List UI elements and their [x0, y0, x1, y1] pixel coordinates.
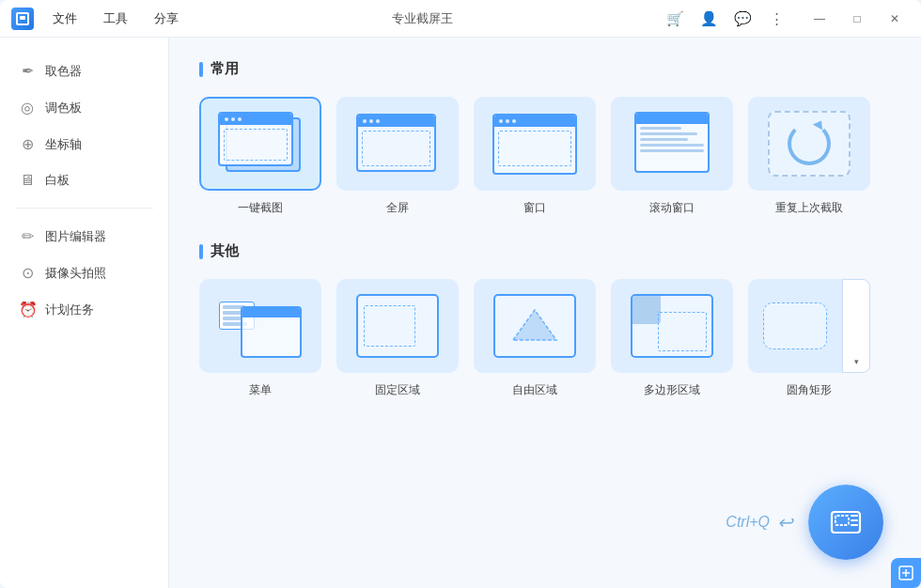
svg-marker-0 [513, 310, 556, 340]
sidebar-label-crosshair: 坐标轴 [45, 136, 82, 153]
shortcut-text: Ctrl+Q [726, 514, 770, 531]
camera-icon: ⊙ [19, 264, 36, 282]
common-cards-grid: 一键截图 全屏 [199, 97, 891, 216]
minimize-button[interactable]: — [804, 6, 835, 32]
card-polygon-label: 多边形区域 [644, 382, 700, 398]
app-title: 专业截屏王 [182, 10, 662, 27]
crosshair-icon: ⊕ [19, 135, 36, 153]
sidebar-item-whiteboard[interactable]: 🖥 白板 [0, 162, 168, 198]
titlebar: 文件 工具 分享 专业截屏王 🛒 👤 💬 ⋮ — □ ✕ [0, 0, 921, 38]
sidebar-item-camera[interactable]: ⊙ 摄像头拍照 [0, 255, 168, 291]
user-icon[interactable]: 👤 [695, 6, 722, 32]
card-menu[interactable]: 菜单 [199, 279, 321, 398]
card-onekey[interactable]: 一键截图 [199, 97, 321, 216]
menu-icon [219, 294, 302, 358]
menu-bar: 文件 工具 分享 [49, 8, 182, 29]
rounded-rect-preview [763, 302, 827, 349]
card-free[interactable]: 自由区域 [474, 279, 596, 398]
fixed-icon [356, 294, 439, 358]
fab-screenshot-button[interactable] [808, 485, 883, 560]
fab-shortcut-hint: Ctrl+Q ↩ [726, 511, 793, 534]
menu-tool[interactable]: 工具 [100, 8, 132, 29]
card-window-box [474, 97, 596, 191]
card-scroll-label: 滚动窗口 [649, 200, 695, 216]
sidebar-divider [15, 208, 153, 209]
menu-share[interactable]: 分享 [150, 8, 182, 29]
card-repeat-box [748, 97, 870, 191]
chevron-down-icon: ▾ [854, 357, 859, 366]
window-controls: — □ ✕ [804, 6, 910, 32]
app-logo [11, 8, 34, 30]
fab-area: Ctrl+Q ↩ [726, 485, 883, 560]
sidebar-label-camera: 摄像头拍照 [45, 265, 106, 282]
card-polygon[interactable]: 多边形区域 [611, 279, 733, 398]
card-free-box [474, 279, 596, 373]
sidebar-label-whiteboard: 白板 [45, 172, 70, 189]
color-picker-icon: ✒ [19, 62, 36, 80]
card-polygon-box [611, 279, 733, 373]
card-rounded[interactable]: ▾ 圆角矩形 [748, 279, 870, 398]
maximize-button[interactable]: □ [842, 6, 872, 32]
card-menu-box [199, 279, 321, 373]
sidebar-item-crosshair[interactable]: ⊕ 坐标轴 [0, 126, 168, 162]
card-fullscreen[interactable]: 全屏 [336, 97, 459, 216]
more-icon[interactable]: ⋮ [763, 6, 789, 32]
card-free-label: 自由区域 [512, 382, 557, 398]
sidebar-label-palette: 调色板 [45, 100, 82, 116]
sidebar-item-image-editor[interactable]: ✏ 图片编辑器 [0, 218, 168, 255]
card-rounded-label: 圆角矩形 [787, 382, 832, 398]
titlebar-actions: 🛒 👤 💬 ⋮ — □ ✕ [662, 6, 910, 32]
section-other-title: 其他 [199, 242, 891, 260]
menu-file[interactable]: 文件 [49, 8, 81, 29]
palette-icon: ◎ [19, 99, 36, 116]
card-onekey-label: 一键截图 [238, 200, 283, 216]
card-onekey-box [199, 97, 321, 191]
card-fullscreen-box [336, 97, 459, 191]
message-icon[interactable]: 💬 [729, 6, 756, 32]
corner-icon [891, 558, 921, 588]
free-icon [493, 294, 576, 358]
other-cards-grid: 菜单 固定区域 [199, 279, 891, 398]
sidebar-item-schedule[interactable]: ⏰ 计划任务 [0, 291, 168, 328]
main-layout: ✒ 取色器 ◎ 调色板 ⊕ 坐标轴 🖥 白板 ✏ 图片编辑器 ⊙ 摄像头拍照 ⏰… [0, 38, 921, 588]
card-window-label: 窗口 [523, 200, 546, 216]
card-fixed-label: 固定区域 [375, 382, 420, 398]
sidebar-item-color-picker[interactable]: ✒ 取色器 [0, 53, 168, 89]
sidebar-label-image-editor: 图片编辑器 [45, 228, 106, 245]
schedule-icon: ⏰ [19, 301, 36, 318]
card-menu-label: 菜单 [249, 382, 272, 398]
sidebar-label-color-picker: 取色器 [45, 63, 82, 80]
cart-icon[interactable]: 🛒 [662, 6, 688, 32]
card-repeat-label: 重复上次截取 [775, 200, 843, 216]
whiteboard-icon: 🖥 [19, 172, 36, 189]
scroll-icon [631, 112, 713, 176]
card-rounded-box [748, 279, 842, 373]
window-icon [492, 114, 577, 175]
polygon-icon [631, 294, 713, 358]
rounded-dropdown-button[interactable]: ▾ [842, 279, 870, 373]
onekey-icon [218, 112, 303, 176]
card-rounded-container: ▾ [748, 279, 870, 373]
card-fixed[interactable]: 固定区域 [336, 279, 459, 398]
card-fullscreen-label: 全屏 [386, 200, 409, 216]
card-repeat[interactable]: 重复上次截取 [748, 97, 870, 216]
sidebar-label-schedule: 计划任务 [45, 302, 94, 318]
content-area: 常用 [169, 38, 921, 588]
repeat-icon [768, 111, 851, 177]
close-button[interactable]: ✕ [880, 6, 910, 32]
sidebar: ✒ 取色器 ◎ 调色板 ⊕ 坐标轴 🖥 白板 ✏ 图片编辑器 ⊙ 摄像头拍照 ⏰… [0, 38, 169, 588]
card-fixed-box [336, 279, 459, 373]
card-window[interactable]: 窗口 [474, 97, 596, 216]
image-editor-icon: ✏ [19, 227, 36, 245]
card-scroll[interactable]: 滚动窗口 [611, 97, 733, 216]
fullscreen-icon [356, 114, 439, 175]
card-scroll-box [611, 97, 733, 191]
screenshot-fab-icon [829, 505, 863, 539]
section-common-title: 常用 [199, 60, 891, 78]
svg-rect-2 [835, 516, 849, 525]
sidebar-item-palette[interactable]: ◎ 调色板 [0, 89, 168, 126]
fab-arrow-icon: ↩ [777, 511, 793, 534]
